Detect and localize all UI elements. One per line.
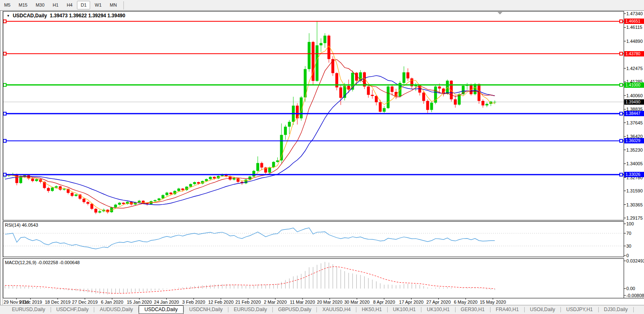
macd-axis-label: 0.00 [626,286,635,291]
timeframe-button-M30[interactable]: M30 [32,1,48,9]
line-handle[interactable] [620,20,623,23]
pane-border [3,222,624,257]
rsi-axis-label: 0 [626,253,629,258]
chart-dropdown-icon[interactable]: ▼ [7,14,10,18]
tab-usdcad-daily[interactable]: USDCAD,Daily [139,305,184,314]
timeframe-button-D1[interactable]: D1 [77,1,90,9]
y-axis-label: 1.31590 [626,188,643,193]
timeframe-button-M5[interactable]: M5 [0,1,14,9]
ma-fast-line [5,46,495,211]
tab-eurusd-daily[interactable]: EURUSD,Daily [7,305,51,314]
chart-title: ▼USDCAD,Daily 1.39473 1.39622 1.39294 1.… [7,13,125,19]
macd-axis-label: -0.008086 [626,293,644,298]
tab-dj30-daily[interactable]: DJ30,Daily [599,305,633,314]
chart-shift-marker-icon[interactable] [498,12,502,14]
chart-symbol-label: USDCAD,Daily [13,13,47,19]
line-handle[interactable] [620,139,623,142]
rsi-axis-label: 100 [626,221,634,226]
price-line-badge: 1.38447 [624,111,644,116]
chart-canvas[interactable] [0,0,644,314]
line-handle[interactable] [3,52,6,55]
price-line-badge: 1.43780 [624,51,644,56]
tab-uk100-h1[interactable]: UK100,H1 [388,305,421,314]
rsi-axis-label: 30 [626,244,631,248]
price-line-badge: 1.33026 [624,172,644,177]
toolbar-separator [123,1,124,9]
tab-usdcnh-daily[interactable]: USDCNH,Daily [184,305,228,314]
line-handle[interactable] [3,112,6,115]
y-axis-label: 1.42475 [626,66,643,71]
timeframe-button-M15[interactable]: M15 [15,1,31,9]
timeframe-button-H1[interactable]: H1 [49,1,62,9]
price-line-badge: 1.36029 [624,138,644,143]
tab-separator [633,307,634,312]
y-axis-label: 1.34005 [626,161,643,166]
line-handle[interactable] [3,139,6,142]
symbol-tab-bar: EURUSD,DailyUSDCHF,DailyAUDUSD,DailyUSDC… [0,305,644,314]
y-axis-label: 1.44890 [626,39,643,44]
line-handle[interactable] [620,112,623,115]
y-axis-label: 1.37645 [626,120,643,125]
tab-audusd-daily[interactable]: AUDUSD,Daily [94,305,138,314]
timeframe-toolbar: M5M15M30H1H4D1W1MN [0,0,644,10]
tab-ger30-h1[interactable]: GER30,H1 [456,305,490,314]
macd-axis-label: 0.032493 [626,258,644,263]
rsi-label: RSI(14) 46.0543 [5,223,38,227]
y-axis-label: 1.46115 [626,25,642,30]
tab-hk50-h1[interactable]: HK50,H1 [356,305,387,314]
tab-usoil-daily[interactable]: USOil,Daily [525,305,560,314]
tab-xauusd-h4[interactable]: XAUUSD,H4 [317,305,356,314]
date-label: 15 May 2020 [476,300,510,305]
line-handle[interactable] [620,52,623,55]
line-handle[interactable] [3,84,6,87]
line-handle[interactable] [3,173,6,176]
macd-histogram [5,262,495,295]
line-handle[interactable] [3,20,6,23]
y-axis-label: 1.47340 [626,11,643,16]
rsi-pane [3,228,624,249]
chart-ohlc-values: 1.39473 1.39622 1.39294 1.39490 [50,13,126,19]
tab-gbpusd-daily[interactable]: GBPUSD,Daily [273,305,317,314]
ma-slow-line [5,75,495,205]
macd-pane [5,262,495,295]
timeframe-button-MN[interactable]: MN [106,1,121,9]
price-line-badge: 1.46651 [624,19,644,24]
tab-eurusd-daily[interactable]: EURUSD,Daily [228,305,272,314]
candlestick-series [4,21,496,214]
mt4-chart-window: { "toolbar": { "timeframes": [ {"label":… [0,0,644,314]
tab-usdjpy-h1[interactable]: USDJPY,H1 [561,305,598,314]
tab-uk100-h1[interactable]: UK100,H1 [421,305,455,314]
price-line-badge: 1.41000 [624,82,644,88]
tab-usdchf-daily[interactable]: USDCHF,Daily [51,305,94,314]
timeframe-button-H4[interactable]: H4 [63,1,76,9]
pane-border [3,259,624,298]
tab-fra40-h1[interactable]: FRA40,H1 [491,305,524,314]
y-axis-label: 1.40060 [626,93,643,98]
timeframe-button-W1[interactable]: W1 [91,1,105,9]
current-price-badge: 1.39490 [624,99,644,105]
price-pane [3,21,624,214]
line-handle[interactable] [620,84,623,87]
y-axis-label: 1.29175 [626,216,643,220]
macd-label: MACD(12,26,9) -0.002258 -0.000648 [5,260,80,265]
macd-signal-line [5,267,495,293]
y-axis-label: 1.30365 [626,202,643,207]
rsi-axis-label: 70 [626,231,631,236]
line-handle[interactable] [620,173,623,176]
y-axis-label: 1.35230 [626,148,643,152]
ma-mid-line [5,59,495,208]
